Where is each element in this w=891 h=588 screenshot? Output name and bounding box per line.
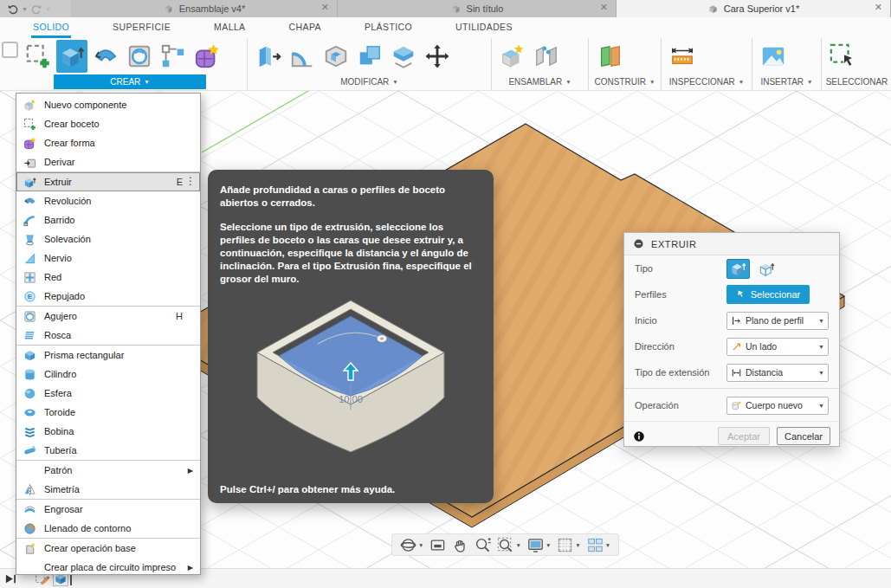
menu-item-red[interactable]: Red xyxy=(16,268,200,287)
start-dropdown[interactable]: Plano de perfil ▼ xyxy=(726,312,829,330)
menu-item-rosca[interactable]: Rosca xyxy=(16,326,200,345)
tab-close-icon[interactable]: ✕ xyxy=(600,2,608,13)
shell-tool[interactable] xyxy=(320,40,352,73)
create-sketch-tool[interactable] xyxy=(23,40,54,73)
menu-item-simetr-a[interactable]: Simetría xyxy=(16,480,200,499)
menu-item-crear-forma[interactable]: Crear forma xyxy=(16,133,200,152)
select-tool[interactable] xyxy=(827,40,858,73)
ribbon-tab-superficie[interactable]: SUPERFICIE xyxy=(111,17,172,38)
create-sketch-icon xyxy=(25,43,51,69)
ribbon-group-label-crear[interactable]: CREAR▼ xyxy=(54,74,206,89)
zoom-button[interactable] xyxy=(472,534,494,555)
ribbon-group-label-seleccionar[interactable]: SELECCIONAR xyxy=(822,74,891,89)
menu-item-repujado[interactable]: ERepujado xyxy=(16,287,200,306)
hole-tool[interactable] xyxy=(124,40,155,73)
menu-item-toroide[interactable]: Toroide xyxy=(16,403,200,422)
joint-tool[interactable] xyxy=(531,40,562,73)
grid-settings-button[interactable]: ▼ xyxy=(554,534,583,555)
offset-face-tool[interactable] xyxy=(388,40,419,73)
ribbon-tab-malla[interactable]: MALLA xyxy=(212,17,247,38)
ribbon-tab-utilidades[interactable]: UTILIDADES xyxy=(454,17,514,38)
accept-button[interactable]: Aceptar xyxy=(718,427,770,445)
create-form-tool[interactable] xyxy=(191,40,223,73)
redo-dropdown-icon[interactable]: ▼ xyxy=(45,6,51,12)
revolve-tool[interactable] xyxy=(90,40,121,73)
panel-toggle-icon[interactable] xyxy=(2,42,18,58)
document-tab[interactable]: Sin título✕ xyxy=(338,0,617,17)
viewports-button[interactable]: ▼ xyxy=(584,534,613,555)
operation-dropdown[interactable]: Cuerpo nuevo ▼ xyxy=(726,397,829,415)
tab-close-icon[interactable]: ✕ xyxy=(875,2,882,13)
orbit-button[interactable]: ▼ xyxy=(397,534,426,555)
menu-item-extruir[interactable]: ExtruirE⋮ xyxy=(16,172,200,191)
menu-item-crear-placa-de-circuito-impreso[interactable]: Crear placa de circuito impreso▶ xyxy=(16,558,200,577)
menu-item-crear-boceto[interactable]: Crear boceto xyxy=(16,114,200,133)
extrude-tool[interactable] xyxy=(56,40,87,73)
pan-button[interactable] xyxy=(449,534,471,555)
menu-item-agujero[interactable]: AgujeroH xyxy=(16,307,200,326)
ribbon-group-label-text: INSPECCIONAR xyxy=(669,77,735,87)
ribbon-group-inspeccionar: INSPECCIONAR▼ xyxy=(661,38,752,90)
combine-tool[interactable] xyxy=(354,40,385,73)
redo-icon[interactable] xyxy=(30,3,42,15)
chevron-down-icon: ▼ xyxy=(818,318,824,324)
menu-item-label: Prisma rectangular xyxy=(44,350,124,360)
menu-item-revoluci-n[interactable]: Revolución xyxy=(16,191,200,210)
joint-icon xyxy=(533,43,559,69)
menu-item-tuber-a[interactable]: Tubería xyxy=(16,441,200,460)
menu-item-bobina[interactable]: Bobina xyxy=(16,422,200,441)
ribbon-group-label-modificar[interactable]: MODIFICAR▼ xyxy=(248,74,491,89)
display-settings-button[interactable]: ▼ xyxy=(525,534,553,555)
new-component-tool[interactable] xyxy=(497,40,528,73)
ribbon-tab-chapa[interactable]: CHAPA xyxy=(287,17,323,38)
overflow-menu-icon[interactable]: ⋮ xyxy=(185,175,196,187)
tab-close-icon[interactable]: ✕ xyxy=(321,2,329,13)
extrude-solid-button[interactable] xyxy=(726,259,750,279)
ribbon-group-label-ensamblar[interactable]: ENSAMBLAR▼ xyxy=(492,74,588,89)
menu-item-prisma-rectangular[interactable]: Prisma rectangular xyxy=(16,346,200,365)
menu-item-nervio[interactable]: Nervio xyxy=(16,249,200,268)
dialog-header[interactable]: EXTRUIR xyxy=(624,233,839,255)
collapse-icon[interactable] xyxy=(633,238,644,249)
undo-dropdown-icon[interactable]: ▼ xyxy=(22,6,28,12)
menu-item-nuevo-componente[interactable]: Nuevo componente xyxy=(16,95,200,114)
insert-image-tool[interactable] xyxy=(758,40,789,73)
extent-dropdown[interactable]: Distancia ▼ xyxy=(726,364,829,382)
fillet-tool[interactable] xyxy=(287,40,318,73)
ribbon-tab-solido[interactable]: SOLIDO xyxy=(31,17,71,38)
ribbon-group-label-insertar[interactable]: INSERTAR▼ xyxy=(752,74,821,89)
document-tab[interactable]: Cara Superior v1*✕ xyxy=(617,0,891,17)
cancel-button[interactable]: Cancelar xyxy=(777,427,830,445)
direction-dropdown[interactable]: Un lado ▼ xyxy=(726,338,829,356)
construction-plane-tool[interactable] xyxy=(594,40,625,73)
svg-text:E: E xyxy=(28,293,32,300)
extrude-thin-button[interactable] xyxy=(755,259,778,279)
menu-item-engrosar[interactable]: Engrosar xyxy=(16,500,200,519)
select-profiles-button[interactable]: Seleccionar xyxy=(726,285,810,304)
document-tab[interactable]: Ensamblaje v4*✕ xyxy=(71,0,338,17)
orbit-icon xyxy=(400,537,416,553)
pattern-tool[interactable] xyxy=(158,40,189,73)
menu-item-label: Patrón xyxy=(44,465,72,475)
menu-item-llenado-de-contorno[interactable]: Llenado de contorno xyxy=(16,519,200,538)
menu-item-solevaci-n[interactable]: Solevación xyxy=(16,229,200,249)
ribbon-group-label-inspeccionar[interactable]: INSPECCIONAR▼ xyxy=(662,74,752,89)
menu-item-cilindro[interactable]: Cilindro xyxy=(16,365,200,384)
zoom-window-button[interactable]: ▼ xyxy=(494,534,523,555)
ribbon-tab-plástico[interactable]: PLÁSTICO xyxy=(363,17,414,38)
move-tool[interactable] xyxy=(422,40,453,73)
menu-item-patr-n[interactable]: Patrón▶ xyxy=(16,461,200,480)
press-pull-icon xyxy=(255,43,281,69)
extrude-dialog: EXTRUIR Tipo Perfiles Seleccionar Inicio… xyxy=(623,232,840,447)
ribbon-group-tools xyxy=(662,38,752,74)
undo-icon[interactable] xyxy=(7,3,19,15)
menu-item-esfera[interactable]: Esfera xyxy=(16,384,200,403)
measure-tool[interactable] xyxy=(667,40,698,73)
ribbon-group-label-construir[interactable]: CONSTRUIR▼ xyxy=(589,74,661,89)
menu-item-derivar[interactable]: Derivar xyxy=(16,152,200,171)
press-pull-tool[interactable] xyxy=(253,40,284,73)
menu-item-barrido[interactable]: Barrido xyxy=(16,210,200,229)
look-at-button[interactable] xyxy=(427,534,449,555)
info-icon[interactable] xyxy=(633,430,645,443)
menu-item-crear-operaci-n-base[interactable]: Crear operación base xyxy=(16,539,200,558)
